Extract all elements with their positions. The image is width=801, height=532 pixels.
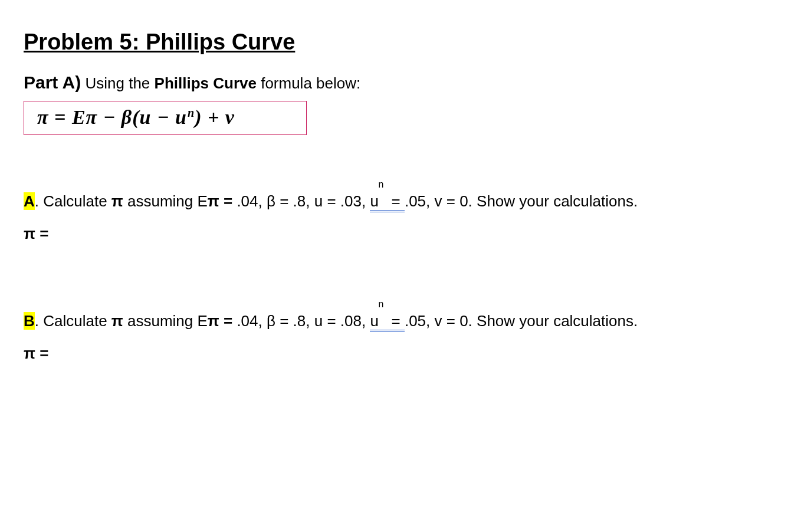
- formula-plus: +: [202, 106, 225, 128]
- question-a-t2: assuming E: [123, 192, 208, 210]
- question-b-pi2: π =: [208, 312, 237, 330]
- formula-u: u: [140, 106, 152, 128]
- formula-nu: ν: [225, 106, 235, 128]
- question-a-un: nu =: [370, 188, 405, 214]
- question-a-t1: Calculate: [43, 192, 111, 210]
- part-a-text-prefix: Using the: [81, 74, 154, 92]
- formula-minus2: −: [151, 106, 175, 128]
- question-b-dot: .: [35, 312, 43, 330]
- document-page: Problem 5: Phillips Curve Part A) Using …: [0, 0, 801, 410]
- question-a-pi: π: [111, 192, 123, 210]
- formula-eq: =: [49, 106, 72, 128]
- formula-sup-n: n: [187, 106, 195, 119]
- question-a-answer: π =: [24, 225, 777, 243]
- formula-minus1: −: [97, 106, 122, 128]
- question-b-un-eq: =: [379, 312, 405, 330]
- phillips-curve-term: Phillips Curve: [155, 74, 257, 92]
- question-b-un-u: u =: [370, 312, 405, 332]
- formula-close: ): [195, 106, 202, 128]
- formula-open: (: [132, 106, 139, 128]
- question-b: B. Calculate π assuming Eπ = .04, β = .8…: [24, 308, 777, 334]
- question-a-pi2: π =: [208, 192, 237, 210]
- part-a-label: Part A): [24, 73, 81, 92]
- question-b-answer: π =: [24, 344, 777, 363]
- question-b-un-sup: n: [378, 296, 383, 312]
- part-a-intro: Part A) Using the Phillips Curve formula…: [24, 73, 777, 93]
- question-b-values: .04, β = .8, u = .08,: [237, 312, 370, 330]
- problem-title: Problem 5: Phillips Curve: [24, 29, 777, 55]
- question-a-marker: A: [24, 192, 35, 210]
- phillips-curve-formula: π = Eπ − β(u − un) + ν: [37, 106, 235, 128]
- question-a-un-u: u =: [370, 192, 405, 212]
- question-b-t2: assuming E: [123, 312, 208, 330]
- question-a-values: .04, β = .8, u = .03,: [237, 192, 370, 210]
- question-a-dot: .: [35, 192, 43, 210]
- formula-pi: π: [37, 106, 49, 128]
- question-b-un: nu =: [370, 308, 405, 334]
- question-a-un-u-text: u: [370, 192, 378, 210]
- question-a-rest: .05, v = 0. Show your calculations.: [405, 192, 638, 210]
- part-a-text-suffix: formula below:: [257, 74, 360, 92]
- formula-box: π = Eπ − β(u − un) + ν: [24, 101, 307, 135]
- question-b-pi: π: [111, 312, 123, 330]
- formula-u2: u: [175, 106, 187, 128]
- question-a: A. Calculate π assuming Eπ = .04, β = .8…: [24, 188, 777, 214]
- formula-beta: β: [122, 106, 132, 128]
- question-b-rest: .05, v = 0. Show your calculations.: [405, 312, 638, 330]
- question-b-marker: B: [24, 312, 35, 330]
- question-a-un-eq: =: [379, 192, 405, 210]
- question-b-t1: Calculate: [43, 312, 111, 330]
- formula-Epi: Eπ: [72, 106, 97, 128]
- question-b-un-u-text: u: [370, 312, 378, 330]
- question-a-un-sup: n: [378, 176, 383, 192]
